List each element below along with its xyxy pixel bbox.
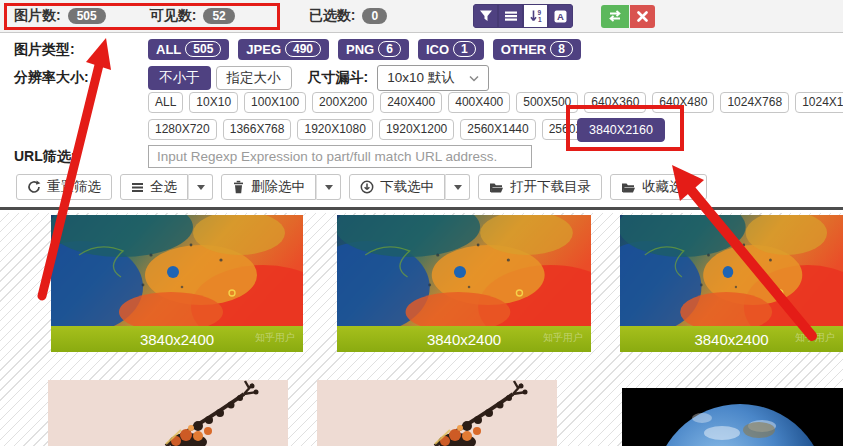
url-filter-input[interactable] — [148, 145, 532, 168]
swap-view-button[interactable] — [601, 5, 629, 28]
download-caret-button[interactable] — [445, 174, 470, 200]
type-ico-button[interactable]: ICO 1 — [418, 39, 484, 60]
type-jpeg-button[interactable]: JPEG 490 — [238, 39, 329, 60]
res-10x10-button[interactable]: 10X10 — [189, 92, 238, 113]
caret-down-icon — [454, 185, 462, 194]
open-download-dir-button[interactable]: 打开下载目录 — [478, 174, 602, 200]
image-count-badge: 505 — [68, 8, 106, 24]
svg-text:1: 1 — [538, 16, 542, 23]
watermark-text: 知乎用户 — [795, 331, 835, 345]
type-png-text: PNG — [346, 42, 374, 57]
blossom-image — [48, 380, 288, 446]
url-filter-label: URL筛选: — [14, 148, 148, 166]
image-size-label: 3840x2400 — [140, 331, 214, 348]
sort-by-size-button[interactable]: 9 1 — [523, 4, 548, 28]
image-count-label: 图片数: — [14, 7, 61, 25]
image-card-5[interactable] — [317, 380, 557, 446]
resolution-label: 分辨率大小: — [14, 69, 148, 87]
filter-panel: 图片类型: ALL 505 JPEG 490 PNG 6 ICO 1 OTHER… — [0, 34, 843, 210]
res-640x480-button[interactable]: 640X480 — [652, 92, 714, 113]
fluid-art-image — [51, 215, 303, 326]
toolbar-header: 图片数: 505 可见数: 52 已选数: 0 — [0, 0, 843, 33]
refresh-icon — [27, 180, 41, 194]
res-500x500-button[interactable]: 500X500 — [516, 92, 578, 113]
sort-alphabetical-button[interactable]: A — [548, 4, 573, 28]
image-card-2[interactable]: 3840x2400 知乎用户 — [337, 215, 591, 352]
panel-toggle-group — [601, 5, 655, 28]
res-100x100-button[interactable]: 100X100 — [244, 92, 306, 113]
mode-exact-size-button[interactable]: 指定大小 — [216, 66, 292, 90]
type-all-button[interactable]: ALL 505 — [148, 39, 229, 60]
delete-caret-button[interactable] — [316, 174, 341, 200]
download-icon — [360, 180, 374, 194]
res-240x400-button[interactable]: 240X400 — [380, 92, 442, 113]
selected-count-label: 已选数: — [309, 7, 356, 25]
watermark-text: 知乎用户 — [255, 331, 295, 345]
earth-image — [622, 388, 843, 446]
type-ico-count: 1 — [453, 41, 476, 57]
type-filter-row: 图片类型: ALL 505 JPEG 490 PNG 6 ICO 1 OTHER… — [14, 39, 590, 60]
type-png-button[interactable]: PNG 6 — [338, 39, 409, 60]
filter-button[interactable] — [473, 4, 498, 28]
folder-favorite-icon — [621, 181, 636, 194]
res-1920x1200-button[interactable]: 1920X1200 — [379, 119, 454, 140]
chevron-down-icon — [469, 75, 479, 82]
select-all-button[interactable]: 全选 — [120, 174, 188, 200]
size-funnel-select[interactable]: 10x10 默认 — [377, 65, 489, 91]
type-other-button[interactable]: OTHER 8 — [493, 39, 581, 60]
image-card-3[interactable]: 3840x2400 知乎用户 — [620, 215, 843, 352]
size-bar: 3840x2400 知乎用户 — [337, 326, 591, 352]
swap-arrows-icon — [607, 9, 623, 23]
select-all-caret-button[interactable] — [188, 174, 213, 200]
res-640x360-button[interactable]: 640X360 — [584, 92, 646, 113]
image-card-4[interactable] — [48, 380, 288, 446]
display-mode-button[interactable] — [498, 4, 523, 28]
download-split: 下载选中 — [349, 174, 470, 200]
fluid-art-image — [620, 215, 843, 326]
selected-count-stat: 已选数: 0 — [309, 7, 387, 25]
res-1280x720-button[interactable]: 1280X720 — [148, 119, 217, 140]
justify-lines-icon — [504, 9, 518, 23]
resolution-row-2: 1280X720 1366X768 1920X1080 1920X1200 25… — [148, 119, 623, 140]
image-assistant-window: 图片数: 505 可见数: 52 已选数: 0 — [0, 0, 843, 446]
image-size-label: 3840x2400 — [694, 331, 768, 348]
close-button[interactable] — [630, 5, 655, 28]
funnel-icon — [479, 9, 493, 23]
type-ico-text: ICO — [426, 42, 449, 57]
svg-text:9: 9 — [537, 9, 541, 16]
image-card-1[interactable]: 3840x2400 知乎用户 — [51, 215, 303, 352]
reset-filter-button[interactable]: 重置筛选 — [16, 174, 112, 200]
res-all-button[interactable]: ALL — [148, 92, 183, 113]
view-options-group: 9 1 A — [473, 4, 573, 28]
blossom-image — [317, 380, 557, 446]
size-funnel-label: 尺寸漏斗: — [308, 69, 369, 87]
delete-selected-text: 删除选中 — [251, 178, 305, 196]
selected-count-badge: 0 — [362, 8, 387, 24]
res-2560x1440-button[interactable]: 2560X1440 — [460, 119, 535, 140]
type-all-count: 505 — [185, 41, 221, 57]
size-bar: 3840x2400 知乎用户 — [51, 326, 303, 352]
res-1024x768-button[interactable]: 1024X768 — [720, 92, 789, 113]
favorite-selected-button[interactable]: 收藏选中 — [610, 174, 707, 200]
res-3840x2160-button[interactable]: 3840X2160 — [577, 118, 665, 142]
type-jpeg-count: 490 — [285, 41, 321, 57]
trash-icon — [232, 180, 245, 194]
select-all-text: 全选 — [150, 178, 177, 196]
folder-open-icon — [489, 181, 504, 194]
res-200x200-button[interactable]: 200X200 — [312, 92, 374, 113]
res-1024x1280-button[interactable]: 1024X1280 — [795, 92, 843, 113]
type-other-count: 8 — [550, 41, 573, 57]
download-selected-button[interactable]: 下载选中 — [349, 174, 445, 200]
favorite-selected-text: 收藏选中 — [642, 178, 696, 196]
type-png-count: 6 — [378, 41, 401, 57]
image-grid: 3840x2400 知乎用户 3840x2400 知乎用户 3840x2400 … — [0, 213, 843, 446]
fluid-art-image — [337, 215, 591, 326]
close-x-icon — [637, 11, 648, 22]
image-card-6[interactable] — [622, 388, 843, 446]
list-icon — [131, 181, 144, 194]
delete-selected-button[interactable]: 删除选中 — [221, 174, 316, 200]
mode-not-smaller-button[interactable]: 不小于 — [148, 66, 211, 90]
res-1366x768-button[interactable]: 1366X768 — [223, 119, 292, 140]
res-400x400-button[interactable]: 400X400 — [448, 92, 510, 113]
res-1920x1080-button[interactable]: 1920X1080 — [297, 119, 372, 140]
